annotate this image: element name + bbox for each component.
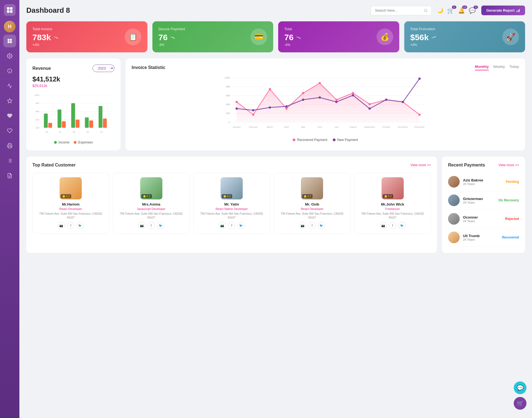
legend-recovered-label: Recovered Payment <box>297 138 327 142</box>
chat-icon-badge[interactable]: 💬 5 <box>469 7 476 14</box>
svg-text:January: January <box>233 126 241 128</box>
instagram-icon-3[interactable]: 📷 <box>299 222 306 229</box>
stat-icon-payment: 💳 <box>250 29 267 45</box>
payment-name-1: Griezerman <box>463 197 495 201</box>
tab-monthly[interactable]: Monthly <box>475 65 489 70</box>
facebook-icon-2[interactable]: f <box>228 222 235 229</box>
svg-text:800: 800 <box>36 102 40 104</box>
svg-point-78 <box>269 106 271 109</box>
svg-text:200: 200 <box>226 112 230 115</box>
svg-point-80 <box>302 99 304 101</box>
instagram-icon-0[interactable]: 📷 <box>58 222 65 229</box>
social-links-4: 📷 f 🐦 <box>357 222 428 229</box>
svg-text:0: 0 <box>229 121 230 124</box>
payment-name-3: Uli Trumb <box>463 234 499 238</box>
twitter-icon-3[interactable]: 🐦 <box>318 222 325 229</box>
rating-badge-3: ⭐ 4.2 <box>302 194 313 198</box>
stat-change-promo: +4% <box>410 43 436 47</box>
customers-view-more[interactable]: View more >> <box>410 163 431 167</box>
instagram-icon-4[interactable]: 📷 <box>380 222 387 229</box>
revenue-amount: $41,512k <box>32 75 114 83</box>
svg-point-82 <box>335 101 337 103</box>
list-item: ⭐ 4.2 Mr.Hariom React Developer 795 Fols… <box>32 173 109 234</box>
sidebar-item-heart2[interactable] <box>3 124 16 137</box>
payments-view-more[interactable]: View more >> <box>498 163 519 167</box>
customer-address-2: 795 Folsom Ave, Suite 600 San Francisco,… <box>196 212 267 220</box>
sidebar-item-dashboard[interactable] <box>3 35 16 47</box>
svg-line-22 <box>426 11 427 12</box>
sidebar-item-print[interactable] <box>3 139 16 152</box>
payment-age-2: 24 Years <box>463 219 502 223</box>
svg-rect-3 <box>10 10 12 13</box>
instagram-icon-1[interactable]: 📷 <box>138 222 145 229</box>
payment-name-0: Aziz Bakree <box>463 178 503 182</box>
revenue-title: Revenue <box>32 66 51 71</box>
tab-today[interactable]: Today <box>509 65 519 70</box>
svg-rect-41 <box>76 120 80 128</box>
invoice-tabs: Monthly Weekly Today <box>475 65 519 70</box>
search-input[interactable] <box>375 8 421 12</box>
sidebar-logo[interactable] <box>4 4 16 16</box>
customer-name-2: Mr. Yatin <box>196 202 267 206</box>
svg-rect-1 <box>10 7 12 10</box>
header: Dashboard 8 🌙 🛒 2 🔔 12 💬 5 Generate Repo… <box>26 6 525 15</box>
search-box[interactable] <box>371 6 432 15</box>
sidebar-item-reports[interactable] <box>3 169 16 182</box>
payment-status-1: On Recovery <box>498 198 519 202</box>
payment-status-3: Recovered <box>502 235 519 239</box>
tab-weekly[interactable]: Weekly <box>493 65 505 70</box>
sidebar-item-analytics[interactable] <box>3 80 16 92</box>
svg-point-68 <box>302 92 304 94</box>
svg-point-71 <box>352 92 354 94</box>
svg-point-21 <box>424 9 427 11</box>
sidebar-item-heart1[interactable] <box>3 109 16 122</box>
svg-rect-42 <box>85 117 89 128</box>
svg-text:400: 400 <box>226 103 230 106</box>
fab-support[interactable]: 💬 <box>514 381 526 394</box>
dark-mode-icon[interactable]: 🌙 <box>437 7 443 14</box>
rating-badge-0: ⭐ 4.2 <box>61 194 71 198</box>
sidebar-item-favorites[interactable] <box>3 94 16 107</box>
payment-info-3: Uli Trumb 24 Years <box>463 234 499 241</box>
twitter-icon-4[interactable]: 🐦 <box>398 222 406 229</box>
sidebar-item-settings[interactable] <box>3 50 16 62</box>
facebook-icon-1[interactable]: f <box>148 222 155 229</box>
twitter-icon-1[interactable]: 🐦 <box>157 222 164 229</box>
facebook-icon-3[interactable]: f <box>308 222 316 229</box>
invoice-legend: Recovered Payment New Payment <box>132 138 519 142</box>
bell-icon-badge[interactable]: 🔔 12 <box>458 7 465 14</box>
legend-expenses: Expenses <box>74 140 93 144</box>
sidebar-item-info[interactable] <box>3 65 16 77</box>
fab-container: 💬 🛒 <box>514 381 526 410</box>
customers-card: Top Rated Customer View more >> ⭐ 4.2 Mr… <box>26 157 437 253</box>
legend-new-payment: New Payment <box>333 138 358 142</box>
cart-icon-badge[interactable]: 🛒 2 <box>447 7 454 14</box>
svg-rect-23 <box>519 9 520 12</box>
svg-point-65 <box>252 114 254 116</box>
instagram-icon-2[interactable]: 📷 <box>219 222 226 229</box>
svg-point-72 <box>369 103 371 105</box>
svg-text:07: 07 <box>59 131 62 133</box>
svg-point-77 <box>252 109 254 111</box>
svg-rect-6 <box>8 41 10 43</box>
stat-label-invoice: Total invoice <box>32 27 58 31</box>
stat-change-invoice: +4% <box>32 43 58 47</box>
svg-rect-38 <box>58 109 62 128</box>
avatar[interactable]: H <box>4 21 16 32</box>
svg-text:200: 200 <box>36 127 40 129</box>
chart-bar-icon <box>516 9 520 12</box>
sidebar-item-list[interactable] <box>3 154 16 167</box>
payment-avatar-0 <box>448 176 460 188</box>
twitter-icon-0[interactable]: 🐦 <box>76 222 84 229</box>
svg-rect-7 <box>10 41 12 43</box>
fab-cart[interactable]: 🛒 <box>514 397 526 410</box>
bar-chart-svg: 1000 800 600 400 200 <box>32 91 114 138</box>
year-select[interactable]: 202320222021 <box>93 65 114 72</box>
svg-point-79 <box>285 105 288 107</box>
facebook-icon-0[interactable]: f <box>67 222 74 229</box>
stat-icon-invoice: 📋 <box>125 29 141 45</box>
facebook-icon-4[interactable]: f <box>389 222 396 229</box>
svg-text:600: 600 <box>226 94 230 97</box>
twitter-icon-2[interactable]: 🐦 <box>237 222 245 229</box>
generate-report-button[interactable]: Generate Report <box>481 6 525 15</box>
